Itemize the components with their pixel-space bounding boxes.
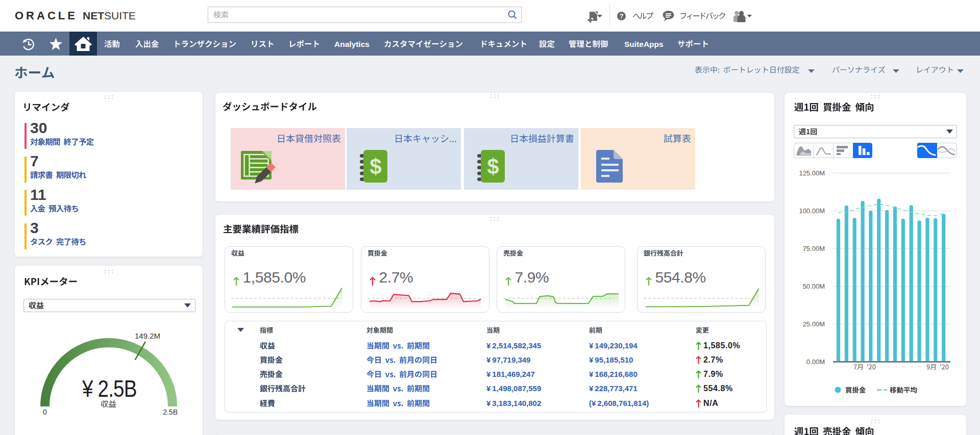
svg-text:$: $: [487, 155, 499, 178]
svg-text:?: ?: [620, 13, 624, 20]
svg-text:$: $: [370, 155, 381, 178]
